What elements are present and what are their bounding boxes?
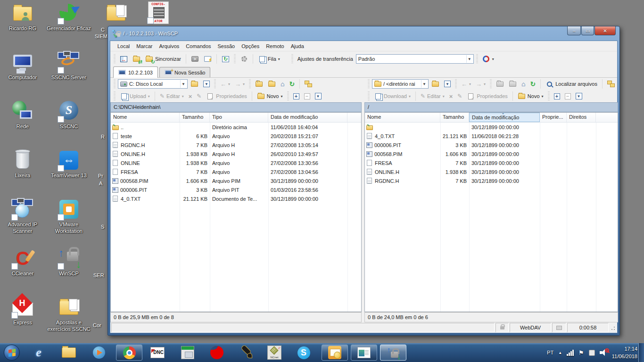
network-signal-icon[interactable] <box>567 350 574 356</box>
desktop-icon-winscp[interactable]: ↑↓ WinSCP <box>46 247 91 296</box>
local-parent-directory-button[interactable]: ↑ <box>253 79 265 89</box>
remote-delete-button[interactable]: × <box>447 91 455 101</box>
minimize-button[interactable]: – <box>567 26 581 35</box>
table-row[interactable]: ONLINE.H 1.938 KB Arquivo H 26/02/2010 1… <box>111 149 361 158</box>
taskbar-chrome[interactable] <box>116 345 142 361</box>
toolbar-grip[interactable] <box>490 79 492 89</box>
toolbar-grip[interactable] <box>476 54 478 64</box>
toolbar-grip[interactable] <box>455 79 457 89</box>
menu-item[interactable]: Marcar <box>133 42 156 50</box>
resize-grip[interactable] <box>610 323 616 332</box>
local-select-button[interactable]: + <box>291 91 301 101</box>
desktop-icon-teamviewer[interactable]: ⇔ TeamViewer 13 <box>46 149 91 198</box>
remote-filter-button[interactable]: ▼ <box>442 79 453 89</box>
remote-directory-combo[interactable]: / <diretório rai ▼ <box>372 79 429 89</box>
table-row[interactable]: .. Diretório acima 11/06/2018 16:40:04 <box>111 123 361 132</box>
table-row[interactable]: 4_0.TXT 21.121 KB 11/06/2018 06:21:28 <box>365 132 618 140</box>
local-forward-button[interactable]: →▾ <box>233 79 247 89</box>
remote-back-button[interactable]: ←▾ <box>459 79 473 89</box>
remote-tree-button[interactable] <box>605 79 617 89</box>
action-center-flag-icon[interactable]: ⚑ <box>578 349 584 356</box>
table-row[interactable]: teste 6 KB Arquivo 20/02/2018 15:21:07 <box>111 132 361 140</box>
menu-item[interactable]: Remoto <box>263 42 288 50</box>
taskbar-internet-explorer[interactable]: e <box>29 345 48 360</box>
local-tree-button[interactable] <box>303 79 314 89</box>
taskbar-image-viewer[interactable] <box>351 345 377 361</box>
transfer-settings-combo[interactable]: Padrão ▼ <box>356 54 474 64</box>
table-row[interactable]: ONLINE.H 1.938 KB 30/12/1899 00:00:00 <box>365 167 618 176</box>
download-button[interactable]: Download▾ <box>372 91 413 101</box>
menu-item[interactable]: Local <box>114 42 133 50</box>
local-selection-filter-button[interactable]: ▼ <box>313 91 323 101</box>
tray-app-icon[interactable] <box>589 350 595 356</box>
local-unselect-button[interactable]: − <box>302 91 312 101</box>
menu-item[interactable]: Arquivos <box>156 42 183 50</box>
configurator-icon[interactable]: CONFIG- ATOR <box>147 1 170 24</box>
menu-item[interactable]: Comandos <box>182 42 214 50</box>
table-row[interactable]: 000568.PIM 1.606 KB 30/12/1899 00:00:00 <box>365 149 618 158</box>
tab-session-10-2-2-103[interactable]: 10.2.2.103 <box>113 66 158 78</box>
table-row[interactable]: RGDNC.H 7 KB 30/12/1899 00:00:00 <box>365 176 618 185</box>
desktop-icon-sscnc[interactable]: S SSCNC <box>46 100 91 149</box>
column-header[interactable]: Tipo <box>210 113 268 122</box>
toolbar-grip[interactable] <box>548 91 550 101</box>
title-bar[interactable]: ↖↘ / - 10.2.2.103 - WinSCP <box>108 26 619 41</box>
tab-new-session[interactable]: Nova Sessão <box>159 67 210 77</box>
toolbar-grip[interactable] <box>249 79 251 89</box>
taskbar-windows-explorer[interactable] <box>59 345 78 360</box>
table-row[interactable]: RGDNC.H 7 KB Arquivo H 27/02/2008 13:05:… <box>111 140 361 149</box>
local-home-button[interactable]: ⌂ <box>279 79 286 89</box>
local-back-button[interactable]: ←▾ <box>218 79 232 89</box>
column-header[interactable]: Data de modificação <box>469 113 540 122</box>
toolbar-grip[interactable] <box>114 79 116 89</box>
remote-path-bar[interactable]: / <box>364 102 618 112</box>
show-desktop-button[interactable] <box>638 343 644 362</box>
taskbar-clock[interactable]: 17:14 11/06/2018 <box>612 345 637 361</box>
open-terminal-button[interactable] <box>202 54 214 64</box>
folder-docs-icon[interactable] <box>105 2 127 25</box>
desktop-icon-lixeira[interactable]: Lixeira <box>1 149 44 198</box>
local-rename-button[interactable]: ✎ <box>195 91 203 101</box>
desktop-icon-sscnc-server[interactable]: SSCNC Server <box>46 51 91 100</box>
toolbar-grip[interactable] <box>114 54 116 64</box>
taskbar-media-player[interactable] <box>90 345 108 360</box>
local-properties-button[interactable]: Propriedades <box>204 91 248 101</box>
taskbar-tools-app[interactable] <box>237 345 256 360</box>
upload-button[interactable]: Upload▾ <box>118 91 152 101</box>
synchronize-browsing-button[interactable]: ⇄ <box>131 54 142 64</box>
column-header[interactable]: Nome <box>111 113 180 122</box>
remote-edit-button[interactable]: ✎Editar▾ <box>419 91 446 101</box>
desktop-icon-gerenciador-eficaz[interactable]: Gerenciador Eficaz <box>46 2 91 51</box>
column-header[interactable]: Nome <box>365 113 440 122</box>
remote-forward-button[interactable]: →▾ <box>474 79 487 89</box>
remote-refresh-button[interactable]: ↻ <box>528 79 538 89</box>
local-edit-button[interactable]: ✎Editar▾ <box>158 91 186 101</box>
volume-muted-icon[interactable] <box>600 349 607 356</box>
transfer-options-button[interactable]: ▾ <box>480 54 496 64</box>
table-row[interactable]: FRESA 7 KB 30/12/1899 00:00:00 <box>365 158 618 167</box>
toolbar-grip[interactable] <box>114 91 116 101</box>
refresh-session-button[interactable]: ↻ <box>220 54 231 64</box>
local-root-directory-button[interactable] <box>266 79 278 89</box>
maximize-button[interactable]: ▭ <box>581 26 594 35</box>
remote-new-button[interactable]: Novo▾ <box>516 91 545 101</box>
local-path-bar[interactable]: C:\DNC\Heidenhain\ <box>110 102 362 112</box>
queue-button[interactable]: Fila▾ <box>256 54 282 64</box>
local-refresh-button[interactable]: ↻ <box>288 79 297 89</box>
taskbar-skype[interactable]: S <box>294 345 313 360</box>
taskbar-rgdnc[interactable]: DNC <box>148 345 167 360</box>
desktop-icon-ccleaner[interactable]: C CCleaner <box>1 247 44 296</box>
local-open-directory-button[interactable] <box>189 79 200 89</box>
table-row[interactable]: 000006.PIT 3 KB 30/12/1899 00:00:00 <box>365 140 618 149</box>
desktop-icon-vmware[interactable]: VMware Workstation <box>46 198 91 247</box>
taskbar-outlook[interactable] <box>322 345 348 361</box>
taskbar-red-app[interactable] <box>207 345 226 360</box>
taskbar-heidenhain[interactable] <box>178 345 197 360</box>
table-row[interactable]: FRESA 7 KB Arquivo 27/02/2008 13:04:56 <box>111 167 361 176</box>
start-button[interactable] <box>4 345 20 361</box>
synchronize-button[interactable]: ↻Sincronizar <box>143 54 183 64</box>
menu-item[interactable]: Sessão <box>215 42 239 50</box>
desktop-icon-express[interactable]: Express <box>1 296 44 345</box>
remote-select-button[interactable]: + <box>552 91 562 101</box>
remote-rename-button[interactable]: ✎ <box>455 91 464 101</box>
